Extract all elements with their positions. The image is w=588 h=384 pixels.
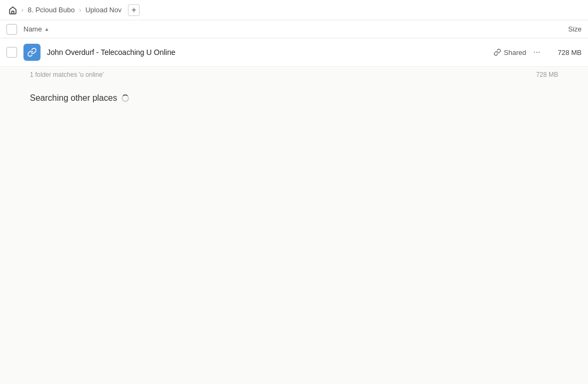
file-actions: Shared ···	[494, 46, 543, 59]
column-header: Name ▲ Size	[0, 20, 588, 38]
summary-row: 1 folder matches 'u online' 728 MB	[0, 67, 588, 83]
file-checkbox[interactable]	[6, 47, 17, 58]
sort-arrow-icon: ▲	[44, 26, 50, 32]
summary-text: 1 folder matches 'u online'	[30, 71, 526, 78]
breadcrumb-upload-nov[interactable]: Upload Nov	[83, 5, 124, 15]
breadcrumb-sep-1: ›	[21, 6, 23, 14]
loading-spinner	[122, 94, 129, 102]
breadcrumb-bar: › 8. Pcloud Bubo › Upload Nov +	[0, 0, 588, 20]
searching-section: Searching other places	[0, 83, 588, 114]
folder-icon	[23, 44, 41, 61]
summary-size: 728 MB	[526, 71, 558, 78]
name-column-header[interactable]: Name ▲	[23, 25, 50, 33]
file-row[interactable]: John Overdurf - Telecoaching U Online Sh…	[0, 38, 588, 67]
file-name: John Overdurf - Telecoaching U Online	[47, 48, 494, 57]
add-tab-button[interactable]: +	[128, 4, 140, 16]
breadcrumb-pcloud[interactable]: 8. Pcloud Bubo	[26, 5, 77, 15]
size-column-header: Size	[568, 25, 582, 33]
breadcrumb-sep-2: ›	[79, 6, 81, 14]
more-options-button[interactable]: ···	[530, 46, 543, 59]
searching-label: Searching other places	[30, 93, 558, 103]
file-size: 728 MB	[550, 49, 582, 57]
shared-badge: Shared	[494, 49, 526, 57]
select-all-checkbox[interactable]	[6, 24, 17, 35]
home-button[interactable]	[6, 4, 19, 17]
